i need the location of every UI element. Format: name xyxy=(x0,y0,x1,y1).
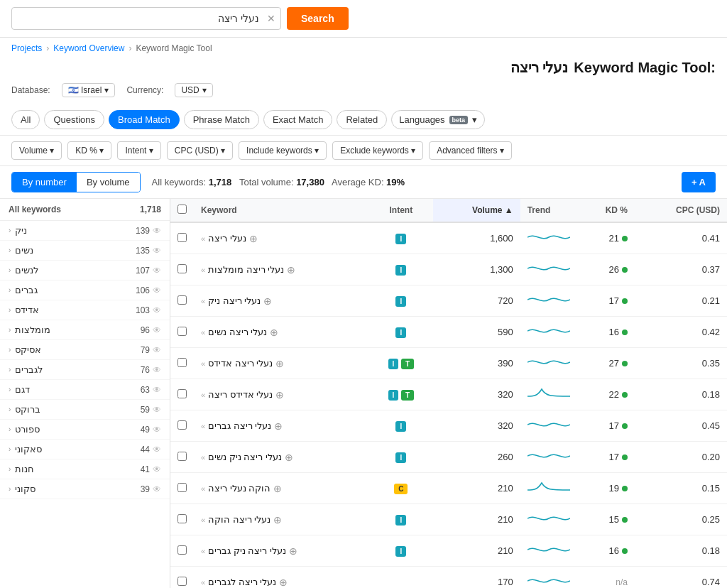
row-checkbox[interactable] xyxy=(177,389,187,398)
row-checkbox[interactable] xyxy=(177,420,187,430)
row-checkbox[interactable] xyxy=(177,514,187,523)
col-kd[interactable]: KD % xyxy=(577,199,635,222)
sidebar-item[interactable]: › ברוקס 59 👁 xyxy=(0,400,170,420)
add-keyword-icon[interactable]: ⊕ xyxy=(275,389,284,401)
add-keyword-icon[interactable]: ⊕ xyxy=(287,264,295,276)
sidebar-item[interactable]: › לגברים 76 👁 xyxy=(0,360,170,380)
add-keyword-icon[interactable]: ⊕ xyxy=(273,514,282,526)
row-checkbox[interactable] xyxy=(177,483,187,492)
row-checkbox[interactable] xyxy=(177,545,187,555)
currency-selector[interactable]: USD ▾ xyxy=(175,83,212,97)
cpc-value: 0.42 xyxy=(635,317,727,348)
add-keyword-icon[interactable]: ⊕ xyxy=(249,233,258,244)
keyword-link[interactable]: ⊕ נעלי ריצה ניק גברים » xyxy=(201,545,362,557)
sidebar-count-value: 107 xyxy=(136,266,150,276)
col-cpc[interactable]: CPC (USD) xyxy=(635,199,727,222)
sidebar-keyword: אסיקס xyxy=(15,344,41,355)
eye-icon: 👁 xyxy=(153,226,161,236)
row-checkbox[interactable] xyxy=(177,577,187,586)
add-to-list-button[interactable]: + A xyxy=(682,172,716,192)
chevron-icon: › xyxy=(9,425,11,433)
col-volume[interactable]: Volume ▲ xyxy=(433,199,520,222)
tab-languages[interactable]: Languages beta ▾ xyxy=(391,110,485,129)
sidebar-keyword: ברוקס xyxy=(15,404,40,415)
sidebar-item[interactable]: › מומלצות 96 👁 xyxy=(0,320,170,340)
sidebar-item[interactable]: › ספורט 49 👁 xyxy=(0,420,170,440)
stats-text: All keywords: 1,718 Total volume: 17,380… xyxy=(152,177,405,187)
filter-volume[interactable]: Volume ▾ xyxy=(11,141,62,160)
add-keyword-icon[interactable]: ⊕ xyxy=(273,483,282,494)
keyword-text: נעלי ריצה לגברים xyxy=(208,577,276,587)
sidebar-item[interactable]: › סקוני 39 👁 xyxy=(0,479,170,499)
volume-value: 1,300 xyxy=(433,254,520,285)
add-keyword-icon[interactable]: ⊕ xyxy=(279,577,288,588)
tab-all[interactable]: All xyxy=(11,110,40,129)
tab-questions[interactable]: Questions xyxy=(44,110,104,129)
eye-icon: 👁 xyxy=(153,246,161,256)
sidebar: All keywords 1,718 › ניק 139 👁 › נשים 13… xyxy=(0,199,170,588)
breadcrumb-projects[interactable]: Projects xyxy=(11,43,42,53)
table-row: ⊕ נעלי ריצה לגברים » 170 n/a 0.74 xyxy=(170,567,727,589)
keyword-link[interactable]: ⊕ נעלי ריצה גברים » xyxy=(201,420,362,432)
keyword-link[interactable]: ⊕ נעלי ריצה מומלצות » xyxy=(201,264,362,276)
chevron-icon: › xyxy=(9,326,11,334)
sidebar-keyword: לגברים xyxy=(15,364,43,375)
sidebar-item[interactable]: › אדידס 103 👁 xyxy=(0,300,170,320)
row-checkbox[interactable] xyxy=(177,452,187,461)
add-keyword-icon[interactable]: ⊕ xyxy=(285,452,293,463)
filter-exclude[interactable]: Exclude keywords ▾ xyxy=(332,141,423,160)
sidebar-item[interactable]: › אסיקס 79 👁 xyxy=(0,340,170,360)
tab-phrase-match[interactable]: Phrase Match xyxy=(184,110,259,129)
tab-related[interactable]: Related xyxy=(337,110,387,129)
add-keyword-icon[interactable]: ⊕ xyxy=(263,295,272,307)
keyword-arrows: » xyxy=(201,297,205,305)
sidebar-item[interactable]: › דגם 63 👁 xyxy=(0,380,170,400)
row-checkbox[interactable] xyxy=(177,358,187,367)
add-keyword-icon[interactable]: ⊕ xyxy=(289,545,297,557)
keyword-link[interactable]: ⊕ נעלי ריצה » xyxy=(201,233,362,244)
keyword-link[interactable]: ⊕ נעלי ריצה ניק » xyxy=(201,295,362,307)
select-all-checkbox[interactable] xyxy=(177,205,187,214)
sidebar-item[interactable]: › סאקוני 44 👁 xyxy=(0,440,170,459)
database-selector[interactable]: 🇮🇱 Israel ▾ xyxy=(62,83,116,97)
search-bar: ✕ Search xyxy=(0,0,727,38)
keyword-link[interactable]: ⊕ נעלי ריצה נשים » xyxy=(201,327,362,338)
breadcrumb-keyword-overview[interactable]: Keyword Overview xyxy=(53,43,124,53)
sidebar-item[interactable]: › גברים 106 👁 xyxy=(0,281,170,300)
keyword-link[interactable]: ⊕ הוקה נעלי ריצה » xyxy=(201,483,362,494)
col-checkbox xyxy=(170,199,194,222)
row-checkbox[interactable] xyxy=(177,295,187,305)
keyword-arrows: » xyxy=(201,422,205,430)
row-checkbox[interactable] xyxy=(177,233,187,242)
add-keyword-icon[interactable]: ⊕ xyxy=(275,358,284,369)
keyword-link[interactable]: ⊕ נעלי ריצה הוקה » xyxy=(201,514,362,526)
filter-intent[interactable]: Intent ▾ xyxy=(117,141,160,160)
tab-exact-match[interactable]: Exact Match xyxy=(263,110,333,129)
toggle-by-number[interactable]: By number xyxy=(12,173,77,192)
cpc-value: 0.45 xyxy=(635,410,727,442)
filter-kd[interactable]: KD % ▾ xyxy=(67,141,111,160)
sidebar-item[interactable]: › חנות 41 👁 xyxy=(0,459,170,479)
search-button[interactable]: Search xyxy=(287,7,349,30)
toggle-by-volume[interactable]: By volume xyxy=(77,173,140,192)
add-keyword-icon[interactable]: ⊕ xyxy=(270,327,278,338)
filter-include[interactable]: Include keywords ▾ xyxy=(239,141,327,160)
intent-badge: C xyxy=(394,484,408,494)
table-row: ⊕ נעלי ריצה אדידס » I T 390 27 0.35 xyxy=(170,348,727,379)
sidebar-item[interactable]: › ניק 139 👁 xyxy=(0,221,170,241)
keyword-link[interactable]: ⊕ נעלי ריצה לגברים » xyxy=(201,577,362,588)
add-keyword-icon[interactable]: ⊕ xyxy=(274,420,283,432)
keyword-link[interactable]: ⊕ נעלי ריצה אדידס » xyxy=(201,358,362,369)
keyword-link[interactable]: ⊕ נעלי אדידס ריצה » xyxy=(201,389,362,401)
trend-sparkline xyxy=(528,572,570,588)
sidebar-item[interactable]: › נשים 135 👁 xyxy=(0,241,170,261)
row-checkbox[interactable] xyxy=(177,327,187,336)
search-input[interactable] xyxy=(11,7,281,30)
filter-advanced[interactable]: Advanced filters ▾ xyxy=(429,141,512,160)
tab-broad-match[interactable]: Broad Match xyxy=(109,110,180,129)
filter-cpc[interactable]: CPC (USD) ▾ xyxy=(167,141,233,160)
keyword-link[interactable]: ⊕ נעלי ריצה ניק נשים » xyxy=(201,452,362,463)
clear-button[interactable]: ✕ xyxy=(267,13,275,24)
sidebar-item[interactable]: › לנשים 107 👁 xyxy=(0,261,170,281)
row-checkbox[interactable] xyxy=(177,264,187,273)
